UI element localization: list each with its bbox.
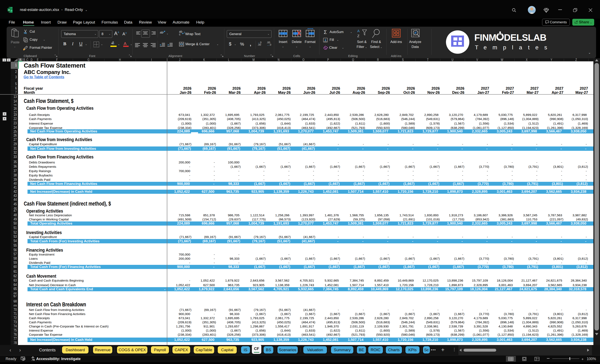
svg-text:x: x <box>8 9 10 11</box>
svg-text:A: A <box>357 29 360 33</box>
svg-text:Z: Z <box>357 34 359 38</box>
